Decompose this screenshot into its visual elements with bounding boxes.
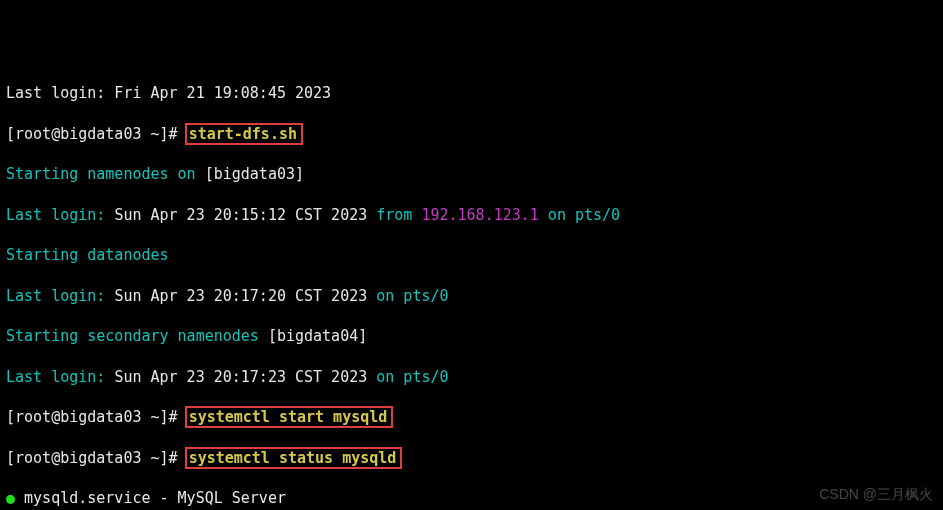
starting-namenodes: Starting namenodes on bbox=[6, 165, 205, 183]
last-login-label: Last login: bbox=[6, 206, 114, 224]
prompt: [root@bigdata03 ~]# bbox=[6, 408, 187, 426]
login-time: Sun Apr 23 20:17:23 CST 2023 bbox=[114, 368, 367, 386]
last-login-line: Last login: Fri Apr 21 19:08:45 2023 bbox=[6, 84, 331, 102]
ip-address: 192.168.123.1 bbox=[421, 206, 538, 224]
starting-datanodes: Starting datanodes bbox=[6, 246, 169, 264]
pts-label: on pts/0 bbox=[367, 368, 448, 386]
last-login-label: Last login: bbox=[6, 287, 114, 305]
host-list: [bigdata04] bbox=[268, 327, 367, 345]
service-name: mysqld.service - MySQL Server bbox=[15, 489, 286, 507]
watermark: CSDN @三月枫火 bbox=[819, 485, 933, 504]
starting-secondary: Starting secondary namenodes bbox=[6, 327, 268, 345]
last-login-label: Last login: bbox=[6, 368, 114, 386]
prompt: [root@bigdata03 ~]# bbox=[6, 449, 187, 467]
from-label: from bbox=[367, 206, 421, 224]
host-list: [bigdata03] bbox=[205, 165, 304, 183]
cmd-start-dfs: start-dfs.sh bbox=[185, 123, 303, 145]
prompt: [root@bigdata03 ~]# bbox=[6, 125, 187, 143]
pts-label: on pts/0 bbox=[367, 287, 448, 305]
cmd-systemctl-start: systemctl start mysqld bbox=[185, 406, 394, 428]
cmd-systemctl-status: systemctl status mysqld bbox=[185, 447, 403, 469]
status-dot-icon: ● bbox=[6, 489, 15, 507]
login-time: Sun Apr 23 20:17:20 CST 2023 bbox=[114, 287, 367, 305]
login-time: Sun Apr 23 20:15:12 CST 2023 bbox=[114, 206, 367, 224]
pts-label: on pts/0 bbox=[539, 206, 620, 224]
